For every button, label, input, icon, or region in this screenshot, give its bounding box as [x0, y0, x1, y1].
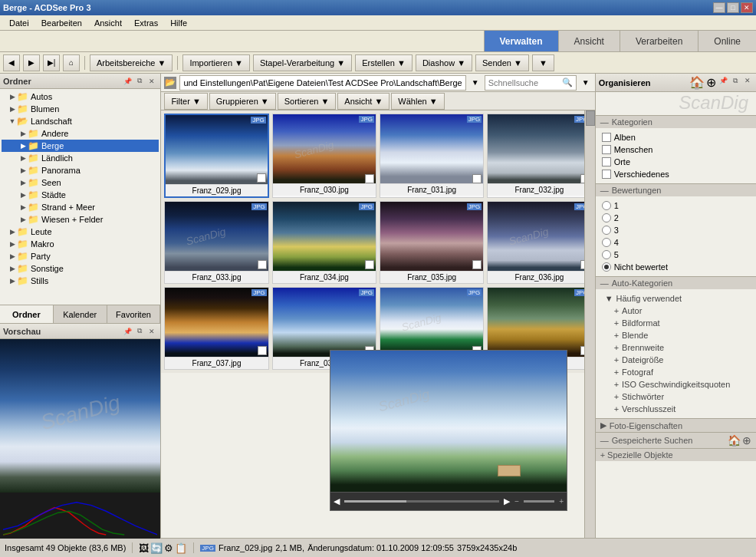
- foto-eigenschaften-header[interactable]: ▶ Foto-Eigenschaften: [596, 418, 756, 432]
- menu-hilfe[interactable]: Hilfe: [164, 17, 193, 29]
- auto-cat-verschlusszeit[interactable]: + Verschlusszeit: [602, 403, 750, 415]
- menu-bearbeiten[interactable]: Bearbeiten: [35, 17, 88, 29]
- org-close-button[interactable]: ✕: [742, 75, 753, 86]
- photo-cell-Franz_032-jpg[interactable]: JPGFranz_032.jpg: [487, 114, 591, 198]
- preview-pin-button[interactable]: 📌: [122, 326, 133, 337]
- auto-cat-blende[interactable]: + Blende: [602, 329, 750, 341]
- expand-makro[interactable]: ▶: [8, 239, 17, 249]
- stapel-button[interactable]: Stapel-Verarbeitung ▼: [253, 54, 352, 71]
- mode-tab-verwalten[interactable]: Verwalten: [484, 31, 558, 51]
- folder-item-makro[interactable]: ▶ 📁 Makro: [2, 238, 159, 250]
- extra-dropdown-button[interactable]: ▼: [532, 54, 554, 71]
- category-alben[interactable]: Alben: [602, 131, 750, 143]
- menu-datei[interactable]: Datei: [3, 17, 35, 29]
- nav-home-button[interactable]: ⌂: [63, 54, 80, 71]
- auto-cat-dateigroesse[interactable]: + Dateigröße: [602, 354, 750, 366]
- rating-5[interactable]: 5: [602, 249, 750, 261]
- scrollbar[interactable]: [584, 110, 595, 538]
- expand-party[interactable]: ▶: [8, 252, 17, 261]
- select-check-4[interactable]: [258, 260, 267, 269]
- folder-item-staedte[interactable]: ▶ 📁 Städte: [2, 189, 159, 201]
- tab-kalender[interactable]: Kalender: [54, 305, 107, 323]
- auto-cat-stichwoerter[interactable]: + Stichwörter: [602, 391, 750, 403]
- path-dropdown-icon[interactable]: ▼: [469, 77, 482, 89]
- photo-cell-Franz_034-jpg[interactable]: JPGFranz_034.jpg: [272, 201, 376, 284]
- auto-kategorien-header[interactable]: — Auto-Kategorien: [596, 276, 756, 289]
- category-menschen[interactable]: Menschen: [602, 143, 750, 156]
- preview-float-button[interactable]: ⧉: [134, 326, 145, 337]
- radio-3[interactable]: [602, 226, 611, 235]
- rating-1[interactable]: 1: [602, 199, 750, 212]
- folder-item-autos[interactable]: ▶ 📁 Autos: [2, 91, 159, 103]
- auto-cat-fotograf[interactable]: + Fotograf: [602, 366, 750, 378]
- select-check-2[interactable]: [472, 174, 482, 183]
- org-float-button[interactable]: ⧉: [730, 75, 741, 86]
- select-check-8[interactable]: [258, 346, 267, 355]
- suchen-icon1[interactable]: 🏠: [728, 434, 741, 447]
- overlay-right-arrow[interactable]: ▶: [504, 496, 510, 506]
- category-orte[interactable]: Orte: [602, 156, 750, 168]
- kategorien-header[interactable]: — Kategorien: [596, 115, 756, 128]
- window-controls[interactable]: — □ ✕: [713, 2, 753, 13]
- expand-autos[interactable]: ▶: [8, 92, 17, 101]
- folder-item-panorama[interactable]: ▶ 📁 Panorama: [2, 164, 159, 176]
- menu-ansicht[interactable]: Ansicht: [88, 17, 128, 29]
- preview-close-button[interactable]: ✕: [146, 326, 157, 337]
- menu-extras[interactable]: Extras: [128, 17, 164, 29]
- rating-2[interactable]: 2: [602, 212, 750, 224]
- checkbox-verschiedenes[interactable]: [602, 170, 611, 179]
- folder-item-landschaft[interactable]: ▼ 📂 Landschaft: [2, 115, 159, 127]
- folder-item-leute[interactable]: ▶ 📁 Leute: [2, 226, 159, 238]
- expand-andere[interactable]: ▶: [18, 129, 28, 138]
- expand-blumen[interactable]: ▶: [8, 104, 17, 114]
- checkbox-orte[interactable]: [602, 157, 611, 166]
- expand-sonstige[interactable]: ▶: [8, 264, 17, 273]
- folder-item-seen[interactable]: ▶ 📁 Seen: [2, 176, 159, 189]
- select-check-5[interactable]: [365, 260, 374, 269]
- overlay-zoom-slider[interactable]: [524, 500, 554, 503]
- mode-tab-online[interactable]: Online: [698, 31, 756, 51]
- panel-float-button[interactable]: ⧉: [134, 76, 145, 87]
- panel-pin-button[interactable]: 📌: [122, 76, 133, 87]
- select-check-1[interactable]: [365, 174, 374, 183]
- photo-cell-Franz_037-jpg[interactable]: JPGFranz_037.jpg: [164, 287, 268, 370]
- radio-5[interactable]: [602, 250, 611, 259]
- photo-cell-Franz_030-jpg[interactable]: ScanDigJPGFranz_030.jpg: [272, 114, 376, 198]
- bewertungen-header[interactable]: — Bewertungen: [596, 183, 756, 196]
- radio-nicht[interactable]: [602, 262, 611, 272]
- auto-cat-bildformat[interactable]: + Bildformat: [602, 317, 750, 329]
- folder-item-strand[interactable]: ▶ 📁 Strand + Meer: [2, 201, 159, 213]
- expand-panorama[interactable]: ▶: [18, 166, 28, 175]
- search-box[interactable]: 🔍: [485, 75, 577, 91]
- sortieren-button[interactable]: Sortieren ▼: [278, 93, 337, 110]
- overlay-progress-bar[interactable]: [344, 500, 499, 503]
- photo-cell-Franz_033-jpg[interactable]: ScanDigJPGFranz_033.jpg: [164, 201, 268, 284]
- checkbox-alben[interactable]: [602, 133, 611, 142]
- nav-forward2-button[interactable]: ▶|: [43, 54, 60, 71]
- ansicht-button[interactable]: Ansicht ▼: [337, 93, 390, 110]
- rating-4[interactable]: 4: [602, 236, 750, 249]
- expand-stills[interactable]: ▶: [8, 276, 17, 285]
- diashow-button[interactable]: Diashow ▼: [416, 54, 472, 71]
- minimize-button[interactable]: —: [713, 2, 725, 13]
- senden-button[interactable]: Senden ▼: [475, 54, 529, 71]
- importieren-button[interactable]: Importieren ▼: [182, 54, 250, 71]
- folder-item-party[interactable]: ▶ 📁 Party: [2, 250, 159, 262]
- org-icon1[interactable]: 🏠: [689, 75, 705, 90]
- select-check-0[interactable]: [257, 173, 266, 183]
- gruppieren-button[interactable]: Gruppieren ▼: [209, 93, 276, 110]
- org-pin-button[interactable]: 📌: [718, 75, 728, 86]
- expand-landschaft[interactable]: ▼: [8, 117, 17, 126]
- expand-leute[interactable]: ▶: [8, 227, 17, 236]
- maximize-button[interactable]: □: [727, 2, 739, 13]
- tab-ordner[interactable]: Ordner: [0, 305, 54, 323]
- search-input[interactable]: [488, 78, 562, 87]
- suchen-icon2[interactable]: ⊕: [742, 434, 751, 447]
- folder-item-berge[interactable]: ▶ 📁 Berge: [2, 140, 159, 152]
- rating-nicht[interactable]: Nicht bewertet: [602, 261, 750, 273]
- panel-close-button[interactable]: ✕: [146, 76, 157, 87]
- haeufig-header[interactable]: ▼ Häufig verwendet: [602, 292, 750, 305]
- auto-cat-autor[interactable]: + Autor: [602, 305, 750, 317]
- search-dropdown-icon[interactable]: ▼: [580, 77, 592, 89]
- waehlen-button[interactable]: Wählen ▼: [391, 93, 444, 110]
